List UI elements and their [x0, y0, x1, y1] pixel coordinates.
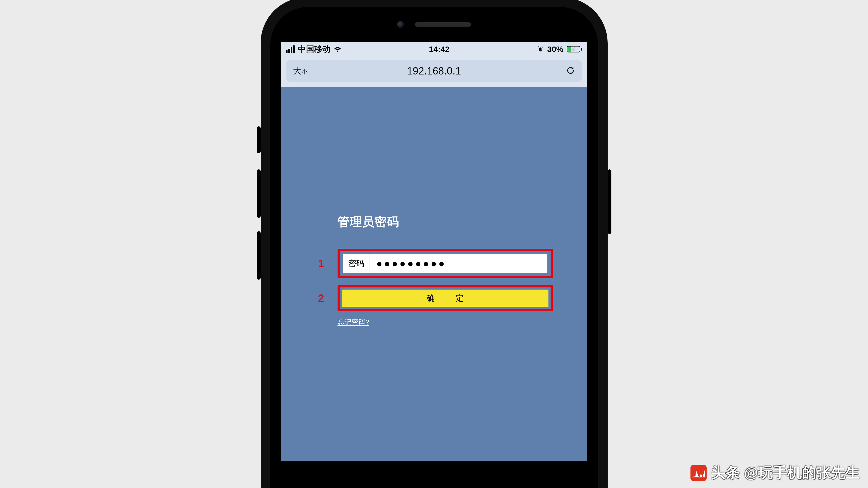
status-bar: 中国移动 14:42 30% ⚡	[281, 42, 587, 57]
phone-notch	[270, 7, 598, 42]
login-title: 管理员密码	[338, 214, 553, 230]
status-right: 30% ⚡	[537, 45, 582, 54]
annotation-number-2: 2	[318, 292, 324, 304]
password-row: 密码 ●●●●●●●●●	[343, 254, 547, 273]
phone-frame: 中国移动 14:42 30% ⚡	[261, 0, 608, 488]
carrier-label: 中国移动	[298, 44, 330, 55]
password-input[interactable]: ●●●●●●●●●	[370, 254, 547, 273]
alarm-icon	[537, 46, 544, 53]
annotation-box-1: 1 密码 ●●●●●●●●●	[338, 249, 553, 278]
toutiao-logo-icon	[690, 465, 707, 481]
cellular-signal-icon	[286, 45, 295, 53]
speaker-icon	[415, 22, 471, 27]
watermark-text: 头条 @玩手机的张先生	[711, 463, 860, 483]
wifi-icon	[334, 46, 342, 53]
volume-up-button	[257, 169, 261, 218]
annotation-box-2: 2 确 定	[338, 285, 553, 311]
url-text[interactable]: 192.168.0.1	[286, 65, 582, 77]
volume-down-button	[257, 231, 261, 280]
power-button	[608, 169, 611, 234]
phone-screen: 中国移动 14:42 30% ⚡	[281, 42, 587, 461]
confirm-button[interactable]: 确 定	[342, 290, 549, 307]
front-camera-icon	[397, 21, 404, 28]
password-label: 密码	[343, 254, 370, 273]
login-form: 管理员密码 1 密码 ●●●●●●●●● 2 确 定 忘记密码?	[338, 214, 553, 327]
battery-icon: ⚡	[567, 46, 582, 53]
status-left: 中国移动	[286, 44, 342, 55]
annotation-number-1: 1	[318, 258, 324, 270]
phone-bezel: 中国移动 14:42 30% ⚡	[270, 7, 598, 488]
mute-switch	[257, 126, 261, 153]
status-time: 14:42	[429, 45, 450, 54]
watermark: 头条 @玩手机的张先生	[690, 463, 860, 483]
forgot-password-link[interactable]: 忘记密码?	[338, 318, 369, 327]
browser-chrome: 大小 192.168.0.1	[281, 57, 587, 87]
address-bar[interactable]: 大小 192.168.0.1	[286, 60, 582, 82]
battery-percent: 30%	[547, 45, 563, 54]
